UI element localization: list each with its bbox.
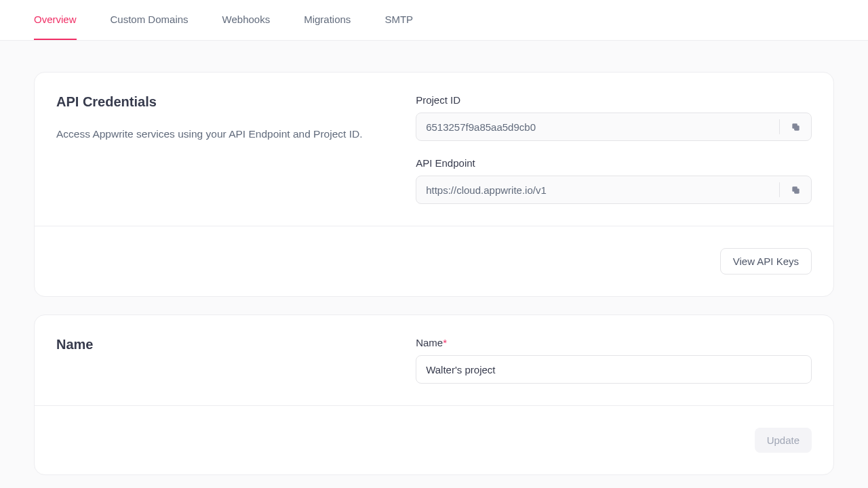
project-id-field: 6513257f9a85aa5d9cb0 [416,113,812,141]
tab-smtp[interactable]: SMTP [384,0,413,40]
svg-rect-1 [794,125,800,131]
name-card-title: Name [56,337,389,352]
api-endpoint-value: https://cloud.appwrite.io/v1 [416,184,779,196]
api-endpoint-label: API Endpoint [416,157,812,169]
tab-overview[interactable]: Overview [34,0,77,40]
required-indicator: * [443,337,447,348]
api-credentials-card: API Credentials Access Appwrite services… [34,72,834,297]
name-field-label: Name* [416,337,812,348]
copy-project-id-button[interactable] [780,113,811,140]
name-card: Name Name* Update [34,314,834,475]
svg-rect-3 [794,188,800,194]
copy-icon [791,185,801,195]
api-credentials-title: API Credentials [56,94,389,110]
tab-migrations[interactable]: Migrations [304,0,351,40]
copy-icon [791,122,801,132]
settings-tabs: Overview Custom Domains Webhooks Migrati… [0,0,868,41]
tab-custom-domains[interactable]: Custom Domains [111,0,189,40]
project-id-label: Project ID [416,94,812,106]
project-id-value: 6513257f9a85aa5d9cb0 [416,121,779,133]
api-endpoint-field: https://cloud.appwrite.io/v1 [416,176,812,204]
update-button[interactable]: Update [755,428,812,453]
view-api-keys-button[interactable]: View API Keys [720,248,812,274]
api-credentials-description: Access Appwrite services using your API … [56,126,389,142]
name-input[interactable] [416,355,812,384]
content-area: API Credentials Access Appwrite services… [0,41,868,488]
copy-api-endpoint-button[interactable] [780,176,811,203]
tab-webhooks[interactable]: Webhooks [222,0,271,40]
name-field-label-text: Name [416,337,443,348]
